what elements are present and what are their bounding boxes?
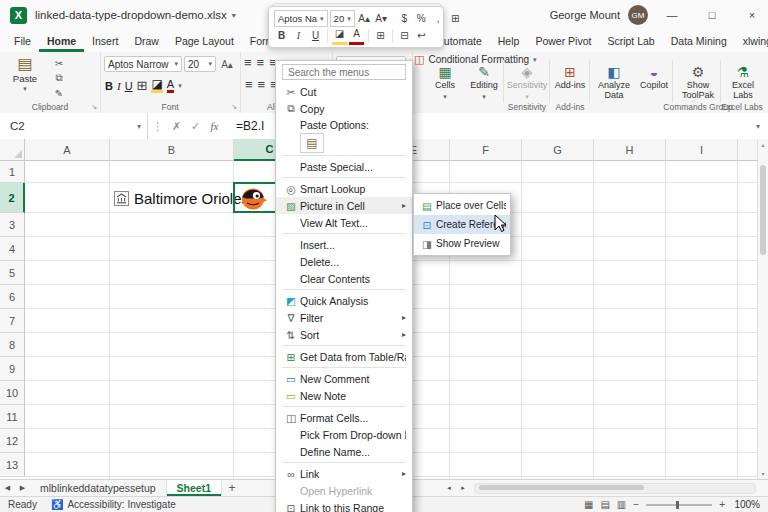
excel-labs-button[interactable]: ⚗ Excel Labs bbox=[723, 65, 763, 101]
submenu-item-place-over-cells[interactable]: ▤Place over Cells bbox=[414, 196, 510, 215]
menu-item-delete[interactable]: Delete... bbox=[276, 253, 412, 270]
zoom-level[interactable]: 100% bbox=[732, 499, 760, 510]
select-all-corner[interactable] bbox=[0, 139, 25, 161]
menu-search-input[interactable] bbox=[282, 64, 406, 80]
ribbon-tab-power-pivot[interactable]: Power Pivot bbox=[527, 30, 599, 52]
mini-font-size-select[interactable]: 20 ▾ bbox=[330, 10, 355, 27]
align-left-button[interactable]: ≡ bbox=[245, 78, 253, 91]
avatar[interactable]: GM bbox=[628, 5, 648, 25]
zoom-slider-thumb[interactable] bbox=[676, 501, 679, 509]
menu-item-open-hyperlink[interactable]: Open Hyperlink bbox=[276, 482, 412, 499]
ribbon-tab-data-mining[interactable]: Data Mining bbox=[663, 30, 735, 52]
vertical-scrollbar[interactable]: ▴ ▾ bbox=[757, 139, 768, 479]
zoom-out-button[interactable]: − bbox=[633, 499, 639, 510]
submenu-item-show-preview[interactable]: ◨Show Preview bbox=[414, 234, 510, 253]
mini-bold-button[interactable]: B bbox=[274, 28, 289, 44]
show-toolpak-button[interactable]: ⚙ Show ToolPak bbox=[676, 65, 720, 101]
hscroll-left-icon[interactable]: ◂ bbox=[442, 484, 456, 492]
mini-percent-button[interactable]: % bbox=[414, 11, 429, 27]
scroll-down-icon[interactable]: ▾ bbox=[758, 470, 768, 477]
zoom-in-button[interactable]: + bbox=[719, 499, 725, 510]
maximize-button[interactable]: □ bbox=[696, 0, 728, 30]
mini-merge-button[interactable]: ⊟ bbox=[397, 28, 412, 44]
vertical-scroll-thumb[interactable] bbox=[760, 165, 766, 255]
mini-font-color-button[interactable]: A bbox=[349, 26, 364, 45]
ribbon-tab-draw[interactable]: Draw bbox=[126, 30, 167, 52]
italic-button[interactable]: I bbox=[117, 80, 121, 92]
font-color-button[interactable]: A bbox=[167, 79, 174, 93]
column-header-b[interactable]: B bbox=[110, 139, 234, 161]
font-dialog-launcher-icon[interactable]: ↘ bbox=[231, 103, 237, 111]
accessibility-status[interactable]: ♿ Accessibility: Investigate bbox=[51, 499, 176, 510]
row-header-11[interactable]: 11 bbox=[0, 405, 25, 429]
cancel-entry-button[interactable]: ✗ bbox=[167, 120, 186, 133]
menu-item-clear-contents[interactable]: Clear Contents bbox=[276, 270, 412, 287]
column-header-i[interactable]: I bbox=[666, 139, 738, 161]
row-header-12[interactable]: 12 bbox=[0, 429, 25, 453]
mini-grow-font-button[interactable]: A▴ bbox=[357, 11, 372, 27]
mini-shrink-font-button[interactable]: A▾ bbox=[374, 11, 389, 27]
row-header-3[interactable]: 3 bbox=[0, 213, 25, 237]
menu-item-format-cells[interactable]: ◫Format Cells... bbox=[276, 409, 412, 426]
align-center-button[interactable]: ≡ bbox=[258, 78, 266, 91]
row-header-8[interactable]: 8 bbox=[0, 333, 25, 357]
menu-item-new-note[interactable]: ▭New Note bbox=[276, 387, 412, 404]
title-chevron-down-icon[interactable]: ▾ bbox=[232, 11, 236, 20]
row-header-4[interactable]: 4 bbox=[0, 237, 25, 261]
menu-item-copy[interactable]: ⧉Copy bbox=[276, 100, 412, 117]
formula-menu-icon[interactable]: ⋮ bbox=[148, 120, 167, 133]
font-size-select[interactable]: 20 ▾ bbox=[184, 56, 216, 72]
row-header-5[interactable]: 5 bbox=[0, 261, 25, 285]
mini-comma-button[interactable]: , bbox=[431, 11, 446, 27]
align-middle-button[interactable]: ≡ bbox=[257, 56, 265, 69]
ribbon-tab-script-lab[interactable]: Script Lab bbox=[599, 30, 662, 52]
horizontal-scroll-thumb[interactable] bbox=[479, 485, 644, 490]
minimize-button[interactable]: — bbox=[656, 0, 688, 30]
menu-item-quick-analysis[interactable]: ◩Quick Analysis bbox=[276, 292, 412, 309]
menu-item-link-to-this-range[interactable]: ⊡Link to this Range bbox=[276, 499, 412, 512]
clipboard-dialog-launcher-icon[interactable]: ↘ bbox=[91, 103, 97, 111]
font-name-select[interactable]: Aptos Narrow ▾ bbox=[104, 56, 182, 72]
close-button[interactable]: × bbox=[736, 0, 768, 30]
mini-font-name-select[interactable]: Aptos Na ▾ bbox=[274, 10, 328, 27]
menu-item-sort[interactable]: ⇅Sort▸ bbox=[276, 326, 412, 343]
row-header-1[interactable]: 1 bbox=[0, 161, 25, 183]
insert-function-button[interactable]: fx bbox=[205, 120, 224, 132]
menu-item-define-name[interactable]: Define Name... bbox=[276, 443, 412, 460]
menu-item-view-alt-text[interactable]: View Alt Text... bbox=[276, 214, 412, 231]
scroll-up-icon[interactable]: ▴ bbox=[758, 141, 768, 148]
ribbon-tab-xlwings[interactable]: xlwings bbox=[735, 30, 768, 52]
zoom-slider[interactable] bbox=[646, 504, 712, 506]
analyze-data-button[interactable]: ◧ Analyze Data bbox=[592, 65, 636, 101]
mini-table-button[interactable]: ⊞ bbox=[448, 11, 463, 27]
mini-underline-button[interactable]: U bbox=[308, 28, 323, 44]
mini-wrap-button[interactable]: ↩ bbox=[414, 28, 429, 44]
mini-fill-color-button[interactable]: ◪ bbox=[332, 26, 347, 45]
row-header-10[interactable]: 10 bbox=[0, 381, 25, 405]
confirm-entry-button[interactable]: ✓ bbox=[186, 120, 205, 133]
ribbon-tab-file[interactable]: File bbox=[6, 30, 39, 52]
menu-item-picture-in-cell[interactable]: ▨Picture in Cell▸ bbox=[276, 197, 412, 214]
ribbon-tab-insert[interactable]: Insert bbox=[84, 30, 126, 52]
mini-accounting-button[interactable]: $ bbox=[397, 11, 412, 27]
add-ins-button[interactable]: ⊞ Add-ins bbox=[552, 65, 588, 91]
ribbon-tab-page-layout[interactable]: Page Layout bbox=[167, 30, 242, 52]
align-top-button[interactable]: ≡ bbox=[244, 56, 252, 69]
new-sheet-button[interactable]: + bbox=[222, 481, 242, 495]
column-header-h[interactable]: H bbox=[594, 139, 666, 161]
format-painter-button[interactable]: ✎ bbox=[50, 86, 68, 100]
menu-item-pick-from-drop-down-list[interactable]: Pick From Drop-down List... bbox=[276, 426, 412, 443]
sheet-nav-right-icon[interactable]: ▶ bbox=[15, 484, 30, 492]
underline-button[interactable]: U bbox=[125, 80, 133, 92]
editing-button[interactable]: ✎ Editing ▾ bbox=[465, 65, 503, 101]
menu-item-insert[interactable]: Insert... bbox=[276, 236, 412, 253]
page-break-view-button[interactable]: ▥ bbox=[617, 499, 626, 510]
row-header-13[interactable]: 13 bbox=[0, 453, 25, 477]
borders-button[interactable]: ⊞ bbox=[137, 79, 148, 92]
sheet-tab-mlblinkeddatatypessetup[interactable]: mlblinkeddatatypessetup bbox=[30, 480, 167, 496]
menu-item-link[interactable]: ∞Link▸ bbox=[276, 465, 412, 482]
bold-button[interactable]: B bbox=[105, 80, 113, 92]
menu-item-smart-lookup[interactable]: ◎Smart Lookup bbox=[276, 180, 412, 197]
expand-formula-bar-icon[interactable]: ▾ bbox=[756, 122, 768, 131]
mini-italic-button[interactable]: I bbox=[291, 28, 306, 44]
